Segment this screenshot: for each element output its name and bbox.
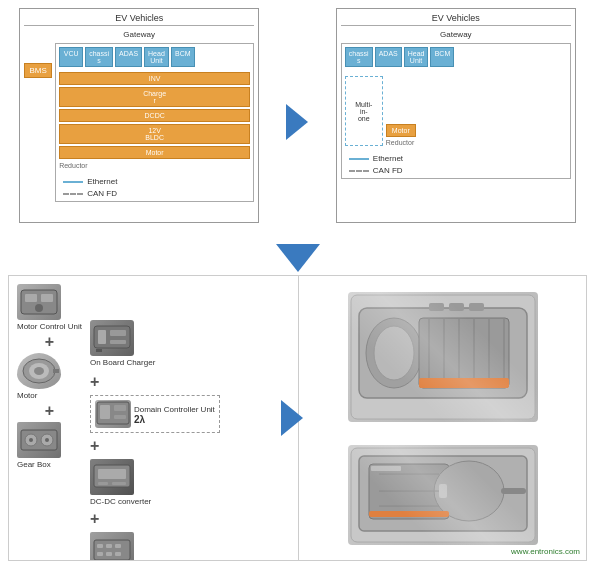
left-diagram-title: EV Vehicles xyxy=(24,13,254,26)
svg-point-11 xyxy=(29,438,33,442)
domain-label: Domain Controller Unit 2λ xyxy=(134,403,215,425)
svg-rect-14 xyxy=(98,330,106,344)
gearbox-icon xyxy=(17,422,61,458)
left-legend: Ethernet CAN FD xyxy=(63,177,250,198)
svg-rect-30 xyxy=(97,552,103,556)
right-bcm-box: BCM xyxy=(430,47,454,67)
charger-group: On Board Charger xyxy=(90,320,220,367)
svg-rect-1 xyxy=(25,294,37,302)
svg-rect-20 xyxy=(114,405,126,411)
right-gateway-inner: chassis ADAS HeadUnit BCM Multi-in-one M… xyxy=(341,43,571,179)
multi-in-one-box: Multi-in-one xyxy=(345,76,383,146)
left-bms-box: BMS xyxy=(24,63,52,78)
left-headunit-box: HeadUnit xyxy=(144,47,169,67)
motor-icon xyxy=(17,353,61,389)
plus-4: + xyxy=(90,437,220,455)
right-ev-diagram: EV Vehicles Gateway chassis ADAS HeadUni… xyxy=(336,8,576,223)
svg-rect-16 xyxy=(110,340,126,344)
svg-rect-58 xyxy=(371,466,401,471)
bottom-left-layout: Motor Control Unit + xyxy=(17,284,290,561)
svg-rect-2 xyxy=(41,294,53,302)
svg-rect-48 xyxy=(351,448,535,542)
down-arrow-container xyxy=(0,240,595,275)
svg-point-3 xyxy=(35,304,43,312)
svg-rect-27 xyxy=(97,544,103,548)
top-section: EV Vehicles Gateway BMS VCU chassis ADAS… xyxy=(0,0,595,240)
dcdc-icon xyxy=(90,459,134,495)
bottom-left-panel: Motor Control Unit + xyxy=(9,276,299,560)
svg-rect-44 xyxy=(419,378,509,388)
svg-rect-28 xyxy=(106,544,112,548)
right-arrow xyxy=(277,104,317,140)
gearbox-group: Gear Box xyxy=(17,422,82,469)
right-multi-area: Multi-in-one Motor Reductor xyxy=(345,76,567,146)
plus-1: + xyxy=(17,333,82,351)
ethernet-line-icon xyxy=(63,181,83,183)
domain-icon xyxy=(95,400,131,428)
main-container: EV Vehicles Gateway BMS VCU chassis ADAS… xyxy=(0,0,595,569)
svg-rect-17 xyxy=(96,349,102,352)
left-charger-box: Charger xyxy=(59,87,250,107)
right-canfd-legend: CAN FD xyxy=(349,166,567,175)
left-canfd-label: CAN FD xyxy=(87,189,117,198)
right-reductor-label: Reductor xyxy=(386,139,416,146)
dashed-domain-group: Domain Controller Unit 2λ xyxy=(90,395,220,433)
svg-rect-32 xyxy=(115,552,121,556)
right-gateway-label: Gateway xyxy=(341,30,571,39)
svg-rect-34 xyxy=(359,308,527,398)
svg-rect-55 xyxy=(369,511,449,517)
left-gateway-label: Gateway xyxy=(24,30,254,39)
right-legend: Ethernet CAN FD xyxy=(349,154,567,175)
left-inv-box: INV xyxy=(59,72,250,85)
plus-3: + xyxy=(90,373,220,391)
bottom-arrow-right-shape xyxy=(281,400,303,436)
svg-rect-29 xyxy=(115,544,121,548)
left-12vbldc-box: 12VBLDC xyxy=(59,124,250,144)
left-bcm-box: BCM xyxy=(171,47,195,67)
svg-rect-49 xyxy=(359,456,527,531)
watermark: www.entronics.com xyxy=(511,547,580,556)
bottom-right-panel: www.entronics.com xyxy=(299,276,586,560)
right-top-units: chassis ADAS HeadUnit BCM xyxy=(345,47,567,67)
svg-rect-45 xyxy=(429,303,444,311)
pdu-group: Power Distribution Unit xyxy=(90,532,220,561)
left-reductor-label: Reductor xyxy=(59,162,250,169)
svg-point-35 xyxy=(366,318,422,388)
left-vcu-box: VCU xyxy=(59,47,83,67)
left-comp-boxes: INV Charger DCDC 12VBLDC Motor Reductor xyxy=(59,72,250,169)
svg-rect-19 xyxy=(100,405,110,419)
motor-control-icon xyxy=(17,284,61,320)
right-chassis-box: chassis xyxy=(345,47,373,67)
svg-rect-26 xyxy=(94,540,130,560)
domain-number: 2λ xyxy=(134,414,215,425)
right-canfd-line-icon xyxy=(349,170,369,172)
svg-point-36 xyxy=(374,326,414,380)
svg-rect-24 xyxy=(98,482,108,485)
bottom-section: Motor Control Unit + xyxy=(8,275,587,561)
pdu-icon xyxy=(90,532,134,561)
bottom-col1: Motor Control Unit + xyxy=(17,284,82,561)
canfd-line-icon xyxy=(63,193,83,195)
left-dcdc-box: DCDC xyxy=(59,109,250,122)
left-gateway-inner: VCU chassis ADAS HeadUnit BCM INV Charge… xyxy=(55,43,254,202)
motor-control-label: Motor Control Unit xyxy=(17,322,82,331)
motor-group: Motor xyxy=(17,353,82,400)
down-arrow-shape xyxy=(276,244,320,272)
domain-inner: Domain Controller Unit 2λ xyxy=(95,400,215,428)
svg-rect-37 xyxy=(419,318,509,388)
right-diagram-title: EV Vehicles xyxy=(341,13,571,26)
svg-point-6 xyxy=(34,367,44,375)
charger-icon xyxy=(90,320,134,356)
plus-5: + xyxy=(90,510,220,528)
charger-label: On Board Charger xyxy=(90,358,155,367)
svg-rect-33 xyxy=(351,295,535,419)
dcdc-group: DC-DC converter xyxy=(90,459,220,506)
right-motor-reductor: Motor Reductor xyxy=(386,76,416,146)
svg-rect-46 xyxy=(449,303,464,311)
left-ethernet-label: Ethernet xyxy=(87,177,117,186)
left-chassis-box: chassis xyxy=(85,47,113,67)
right-ethernet-legend: Ethernet xyxy=(349,154,567,163)
svg-rect-7 xyxy=(53,369,59,373)
motor-label: Motor xyxy=(17,391,82,400)
svg-rect-47 xyxy=(469,303,484,311)
